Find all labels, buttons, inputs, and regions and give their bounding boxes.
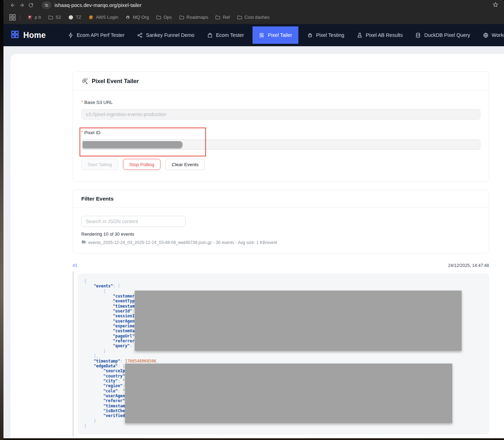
apps-grid-icon[interactable] <box>8 13 17 22</box>
file-info-row: events_2025-12-24_03_2025-12-24_03-48-08… <box>81 239 480 245</box>
bookmarks-bar: p bS2TZAWS LoginMQ OrgOpsRoadmapsRefCost… <box>3 10 504 24</box>
nav-tab-pixel-ab-results[interactable]: Pixel AB Results <box>353 27 406 43</box>
bookmark-label: p b <box>35 15 41 20</box>
json-code-line: } <box>84 423 483 428</box>
flask-icon <box>357 32 363 38</box>
folder-icon <box>48 15 53 20</box>
nav-tab-label: Pixel Tailer <box>268 32 292 38</box>
tailer-card-header: Pixel Event Tailer <box>73 72 489 90</box>
pixel-id-redaction-box <box>83 141 182 148</box>
base-s3-url-label: *Base S3 URL <box>81 100 480 105</box>
page-card: Pixel Event Tailer *Base S3 URL *Pixel I… <box>10 54 504 438</box>
folder-icon <box>215 15 221 20</box>
folder-icon <box>156 15 162 20</box>
stop-polling-button[interactable]: Stop Polling <box>123 159 160 170</box>
desktop-background-strip <box>0 0 3 440</box>
nav-tab-label: Sankey Funnel Demo <box>146 32 194 38</box>
bag-icon <box>207 32 213 38</box>
nav-tab-ecom-tester[interactable]: Ecom Tester <box>203 27 248 43</box>
bookmark-label: Cost dashes <box>245 15 270 20</box>
pixel-event-tailer-card: Pixel Event Tailer *Base S3 URL *Pixel I… <box>73 71 489 182</box>
browser-chrome: ishaaq-pocs.dev-marqo.org/pixel-tailer p… <box>3 0 504 24</box>
bookmark-cost-dashes[interactable]: Cost dashes <box>233 13 273 22</box>
nav-tab-worker-fetch-tes[interactable]: Worker Fetch Tes <box>479 27 504 43</box>
url-bar[interactable]: ishaaq-pocs.dev-marqo.org/pixel-tailer <box>55 2 141 8</box>
bookmark-label: Ref <box>223 15 230 20</box>
brand-title: Home <box>23 31 46 40</box>
rendering-status-text: Rendering 10 of 30 events <box>81 231 480 237</box>
github-icon <box>125 15 131 20</box>
pb-badge-icon <box>27 15 33 20</box>
nav-tab-pixel-testing[interactable]: Pixel Testing <box>303 27 348 43</box>
bookmarks-separator <box>20 15 20 20</box>
event-timestamp: 24/12/2025, 14:47:48 <box>448 263 489 268</box>
filter-events-card: Filter Events Rendering 10 of 30 events … <box>73 190 489 253</box>
site-settings-icon[interactable] <box>42 1 51 9</box>
nav-tab-label: Pixel AB Results <box>366 32 403 38</box>
nav-tab-ecom-api-perf-tester[interactable]: Ecom API Perf Tester <box>64 27 129 43</box>
tz-wheel-icon <box>68 15 74 20</box>
filter-card-header: Filter Events <box>73 190 489 207</box>
forward-button[interactable] <box>17 1 26 9</box>
event-header-row: #1 24/12/2025, 14:47:48 <box>73 263 489 268</box>
nav-tab-label: Worker Fetch Tes <box>492 32 504 38</box>
aws-cube-icon <box>88 15 94 20</box>
bookmark-ref[interactable]: Ref <box>212 13 233 22</box>
home-grid-icon <box>10 30 19 40</box>
satellite-icon <box>81 78 89 85</box>
bookmark-label: MQ Org <box>133 15 149 20</box>
page-background: Pixel Event Tailer *Base S3 URL *Pixel I… <box>3 46 504 438</box>
file-search-icon <box>259 32 265 38</box>
app-navigation-bar: Home Ecom API Perf TesterSankey Funnel D… <box>3 24 504 46</box>
bookmark-roadmaps[interactable]: Roadmaps <box>175 13 212 22</box>
app-brand[interactable]: Home <box>3 24 46 46</box>
bug-icon <box>307 32 313 38</box>
browser-window: ishaaq-pocs.dev-marqo.org/pixel-tailer p… <box>3 0 504 438</box>
file-info-text: events_2025-12-24_03_2025-12-24_03-48-08… <box>88 240 277 245</box>
bookmark-star-icon[interactable] <box>493 2 498 9</box>
bookmark-label: Ops <box>164 15 172 20</box>
event-index-link[interactable]: #1 <box>73 263 77 268</box>
globe-icon <box>483 32 489 38</box>
json-code-line: "timestamp": 1766548068506, <box>84 359 483 364</box>
folder-icon <box>179 15 184 20</box>
json-redaction-box-1 <box>135 291 462 351</box>
tailer-card-title: Pixel Event Tailer <box>92 78 139 84</box>
nav-tab-label: DuckDB Pixel Query <box>424 32 470 38</box>
bookmark-p-b[interactable]: p b <box>24 13 44 22</box>
bookmark-s2[interactable]: S2 <box>44 13 65 22</box>
folder-icon <box>237 15 242 20</box>
bookmark-label: TZ <box>76 15 81 20</box>
refresh-button[interactable] <box>26 1 35 9</box>
bookmark-ops[interactable]: Ops <box>152 13 175 22</box>
back-button[interactable] <box>8 1 17 9</box>
base-s3-url-input[interactable] <box>81 109 480 120</box>
bookmark-label: Roadmaps <box>187 15 208 20</box>
database-icon <box>415 32 421 38</box>
filter-card-title: Filter Events <box>81 196 114 202</box>
bookmark-tz[interactable]: TZ <box>65 13 85 22</box>
bookmark-aws-login[interactable]: AWS Login <box>85 13 122 22</box>
bookmark-label: S2 <box>56 15 61 20</box>
nav-tab-sankey-funnel-demo[interactable]: Sankey Funnel Demo <box>133 27 198 43</box>
json-redaction-box-2 <box>125 364 452 423</box>
nav-tab-label: Ecom API Perf Tester <box>77 32 125 38</box>
bookmark-mq-org[interactable]: MQ Org <box>122 13 152 22</box>
nav-tab-label: Ecom Tester <box>216 32 244 38</box>
nav-tab-pixel-tailer[interactable]: Pixel Tailer <box>253 26 298 44</box>
json-search-input[interactable] <box>81 216 185 227</box>
event-block: {"events": [{"customerId"eventType""time… <box>73 270 489 437</box>
nav-tab-label: Pixel Testing <box>316 32 344 38</box>
json-code-line: ], <box>84 353 483 358</box>
event-left-bar <box>73 271 74 437</box>
required-asterisk: * <box>81 130 83 135</box>
folder-file-icon <box>81 239 86 245</box>
nav-tab-duckdb-pixel-query[interactable]: DuckDB Pixel Query <box>411 27 474 43</box>
start-tailing-button[interactable]: Start Tailing <box>81 159 118 170</box>
share-icon <box>137 32 143 38</box>
json-code-line: { <box>84 279 483 284</box>
clear-events-button[interactable]: Clear Events <box>165 159 205 170</box>
bookmark-label: AWS Login <box>96 15 118 20</box>
required-asterisk: * <box>81 100 83 105</box>
browser-toolbar: ishaaq-pocs.dev-marqo.org/pixel-tailer <box>3 0 504 10</box>
